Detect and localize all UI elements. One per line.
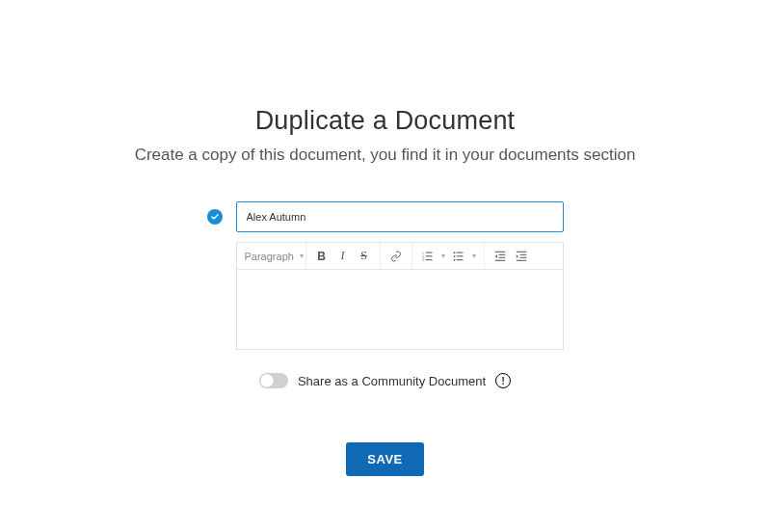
svg-point-10 [453, 258, 455, 260]
svg-rect-3 [425, 255, 432, 256]
svg-rect-5 [425, 259, 432, 260]
form-area: Paragraph ▾ B I S [207, 201, 564, 476]
ordered-list-button[interactable]: 123 [420, 249, 436, 264]
unordered-list-button[interactable] [451, 249, 466, 264]
svg-point-8 [453, 255, 455, 257]
svg-rect-9 [456, 255, 463, 256]
svg-rect-13 [498, 253, 505, 254]
share-toggle[interactable] [259, 373, 288, 388]
link-group [381, 243, 412, 269]
svg-rect-15 [494, 259, 505, 260]
svg-rect-14 [498, 256, 505, 257]
svg-rect-12 [494, 251, 505, 252]
document-title-input[interactable] [236, 201, 564, 232]
share-label: Share as a Community Document [298, 374, 486, 388]
chevron-down-icon: ▾ [441, 252, 445, 260]
italic-button[interactable]: I [335, 249, 351, 264]
chevron-down-icon: ▾ [300, 252, 304, 260]
editor-content-area[interactable] [237, 270, 563, 349]
list-group: 123 ▾ ▾ [412, 243, 485, 269]
save-button[interactable]: SAVE [346, 442, 423, 476]
editor-toolbar: Paragraph ▾ B I S [237, 243, 563, 270]
strikethrough-button[interactable]: S [357, 249, 372, 264]
page-subtitle: Create a copy of this document, you find… [135, 146, 636, 165]
chevron-down-icon: ▾ [472, 252, 476, 260]
svg-rect-1 [425, 252, 432, 253]
svg-point-6 [453, 252, 455, 253]
svg-rect-18 [519, 256, 526, 257]
bold-button[interactable]: B [314, 249, 330, 264]
outdent-button[interactable] [492, 249, 508, 264]
check-icon [207, 209, 223, 225]
svg-text:3: 3 [422, 258, 424, 262]
title-row [207, 201, 564, 232]
page-title: Duplicate a Document [255, 106, 516, 136]
toggle-knob [260, 374, 274, 387]
svg-rect-16 [516, 251, 526, 252]
svg-rect-11 [456, 259, 463, 260]
text-style-group: B I S [306, 243, 381, 269]
svg-rect-17 [519, 253, 526, 254]
format-dropdown-label: Paragraph [245, 251, 294, 262]
indent-button[interactable] [514, 249, 529, 264]
link-button[interactable] [388, 249, 404, 264]
rich-text-editor: Paragraph ▾ B I S [236, 242, 564, 350]
share-row: Share as a Community Document ! [259, 373, 511, 388]
svg-rect-7 [456, 252, 463, 253]
format-dropdown[interactable]: Paragraph ▾ [237, 243, 306, 269]
info-icon[interactable]: ! [495, 373, 511, 388]
indent-group [485, 243, 537, 269]
dialog-container: Duplicate a Document Create a copy of th… [0, 0, 770, 532]
svg-rect-19 [516, 259, 526, 260]
